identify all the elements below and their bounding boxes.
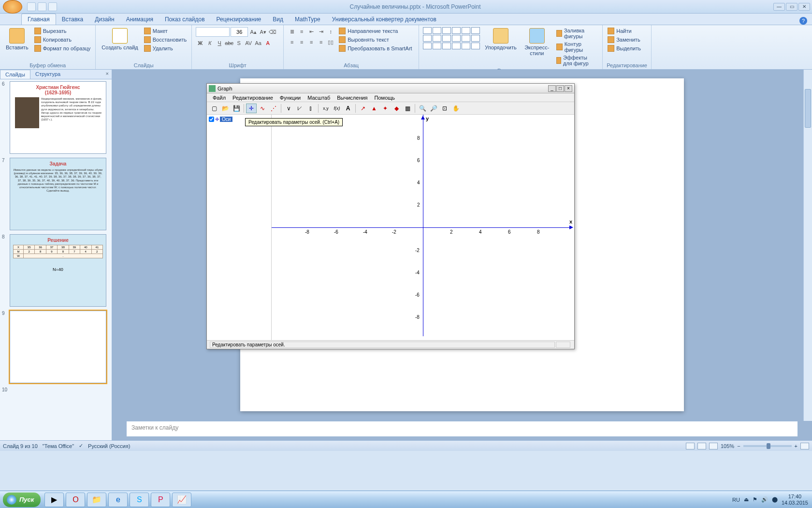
text-direction-button[interactable]: Направление текста — [338, 27, 413, 35]
tab-design[interactable]: Дизайн — [89, 14, 120, 25]
slide-thumb-9[interactable] — [10, 311, 106, 383]
shape-icon[interactable] — [423, 27, 432, 34]
shape-icon[interactable] — [452, 43, 461, 49]
shape-icon[interactable] — [442, 35, 451, 42]
font-family-select[interactable] — [196, 27, 230, 37]
panel-close-icon[interactable]: × — [103, 70, 112, 79]
tray-icon[interactable]: ⏏ — [744, 496, 749, 503]
tray-volume-icon[interactable]: 🔊 — [761, 496, 768, 503]
cut-button[interactable]: Вырезать — [33, 27, 92, 35]
task-opera-icon[interactable]: O — [66, 493, 85, 507]
spacing-button[interactable]: AV — [244, 39, 253, 47]
zoom-value[interactable]: 105% — [721, 443, 734, 449]
scroll-thumb[interactable] — [805, 89, 811, 128]
sorter-view-icon[interactable] — [697, 443, 706, 449]
menu-file[interactable]: Файл — [210, 94, 229, 101]
task-ie-icon[interactable]: e — [108, 493, 128, 507]
zoom-thumb[interactable] — [767, 443, 770, 449]
language-indicator[interactable]: Русский (Россия) — [88, 443, 130, 449]
replace-button[interactable]: Заменить — [607, 36, 647, 44]
shape-outline-button[interactable]: Контур фигуры — [555, 41, 598, 53]
task-explorer-icon[interactable]: 📁 — [87, 493, 106, 507]
case-button[interactable]: Aa — [254, 39, 262, 47]
shapes-gallery[interactable] — [423, 27, 480, 49]
tab-insert[interactable]: Вставка — [56, 14, 89, 25]
shape-icon[interactable] — [452, 27, 461, 34]
zoom-out-icon[interactable]: 🔎 — [428, 104, 439, 113]
format-painter-button[interactable]: Формат по образцу — [33, 45, 92, 52]
zoom-out-button[interactable]: − — [737, 443, 740, 449]
underline-button[interactable]: Ч — [215, 39, 224, 47]
smartart-button[interactable]: Преобразовать в SmartArt — [338, 45, 413, 52]
tab-review[interactable]: Рецензирование — [211, 14, 267, 25]
minimize-button[interactable]: — — [773, 3, 785, 11]
tab-view[interactable]: Вид — [267, 14, 289, 25]
help-icon[interactable]: ? — [799, 17, 807, 25]
grow-font-icon[interactable]: A▴ — [249, 28, 258, 36]
graph-close-button[interactable]: × — [565, 85, 572, 92]
shape-fill-button[interactable]: Заливка фигуры — [555, 27, 598, 40]
shape-icon[interactable] — [452, 35, 461, 42]
shape-icon[interactable] — [462, 43, 470, 49]
strike-button[interactable]: abc — [225, 39, 233, 47]
italic-button[interactable]: К — [205, 39, 214, 47]
shape-icon[interactable] — [442, 43, 451, 49]
shape-icon[interactable] — [471, 43, 480, 49]
tab-mathtype[interactable]: MathType — [289, 14, 326, 25]
shape-icon[interactable] — [462, 27, 470, 34]
redo-icon[interactable] — [48, 2, 57, 11]
shape-effects-button[interactable]: Эффекты для фигур — [555, 54, 598, 67]
shape-icon[interactable] — [442, 27, 451, 34]
reset-button[interactable]: Восстановить — [143, 36, 188, 44]
copy-button[interactable]: Копировать — [33, 36, 92, 44]
bold-button[interactable]: Ж — [196, 39, 204, 47]
graph-title-bar[interactable]: Graph _ □ × — [207, 84, 574, 93]
numbering-icon[interactable]: ≡ — [297, 27, 306, 36]
text-icon[interactable]: A — [343, 104, 353, 113]
clock[interactable]: 17:40 14.03.2015 — [782, 493, 808, 505]
trend-icon[interactable]: ↗ — [358, 104, 368, 113]
new-file-icon[interactable]: ▢ — [209, 104, 219, 113]
graph-minimize-button[interactable]: _ — [548, 85, 556, 92]
bullets-icon[interactable]: ≣ — [288, 27, 296, 36]
relation-icon[interactable]: ◆ — [391, 104, 402, 113]
zoom-in-button[interactable]: + — [795, 443, 798, 449]
save-icon[interactable] — [27, 2, 36, 11]
zoom-slider[interactable] — [743, 445, 792, 447]
tangent-icon[interactable]: ∨ — [283, 104, 294, 113]
series-icon[interactable]: ✦ — [380, 104, 391, 113]
indent-inc-icon[interactable]: ⇥ — [317, 27, 325, 36]
tray-lang[interactable]: RU — [732, 497, 740, 503]
tray-icon[interactable]: ⚑ — [753, 496, 757, 503]
shadow-button[interactable]: S — [234, 39, 243, 47]
slide-thumb-6[interactable]: Христиан Гюйгенс (1629-1695) Нидерландск… — [10, 81, 106, 154]
xy-icon[interactable]: x,y — [320, 104, 331, 113]
zoom-fit-icon[interactable]: ⊡ — [439, 104, 450, 113]
tab-slideshow[interactable]: Показ слайдов — [159, 14, 211, 25]
shade-icon[interactable]: ⩗ — [294, 104, 305, 113]
open-file-icon[interactable]: 📂 — [220, 104, 231, 113]
menu-scale[interactable]: Масштаб — [304, 94, 333, 101]
fit-view-icon[interactable] — [800, 443, 809, 449]
panel-tab-outline[interactable]: Структура — [30, 70, 65, 79]
zoom-in-icon[interactable]: 🔍 — [417, 104, 428, 113]
tab-converter[interactable]: Универсальный конвертер документов — [326, 14, 442, 25]
shape-icon[interactable] — [471, 35, 480, 42]
align-right-icon[interactable]: ≡ — [307, 38, 316, 46]
task-skype-icon[interactable]: S — [130, 493, 149, 507]
shape-icon[interactable] — [433, 35, 441, 42]
align-text-button[interactable]: Выровнять текст — [338, 36, 413, 44]
font-size-select[interactable] — [231, 27, 248, 37]
tree-checkbox[interactable] — [209, 117, 214, 122]
normal-view-icon[interactable] — [686, 443, 695, 449]
shape-icon[interactable] — [471, 27, 480, 34]
pan-icon[interactable]: ✋ — [450, 104, 461, 113]
table-icon[interactable]: ▦ — [402, 104, 413, 113]
panel-tab-slides[interactable]: Слайды — [0, 70, 30, 79]
graph-canvas[interactable]: x y -8 -6 -4 -2 2 4 6 8 -8 -6 -4 — [272, 115, 574, 340]
add-function-icon[interactable]: ∿ — [257, 104, 268, 113]
font-color-button[interactable]: A — [263, 39, 272, 47]
shape-icon[interactable] — [423, 43, 432, 49]
shrink-font-icon[interactable]: A▾ — [259, 28, 267, 36]
menu-calc[interactable]: Вычисления — [334, 94, 370, 101]
